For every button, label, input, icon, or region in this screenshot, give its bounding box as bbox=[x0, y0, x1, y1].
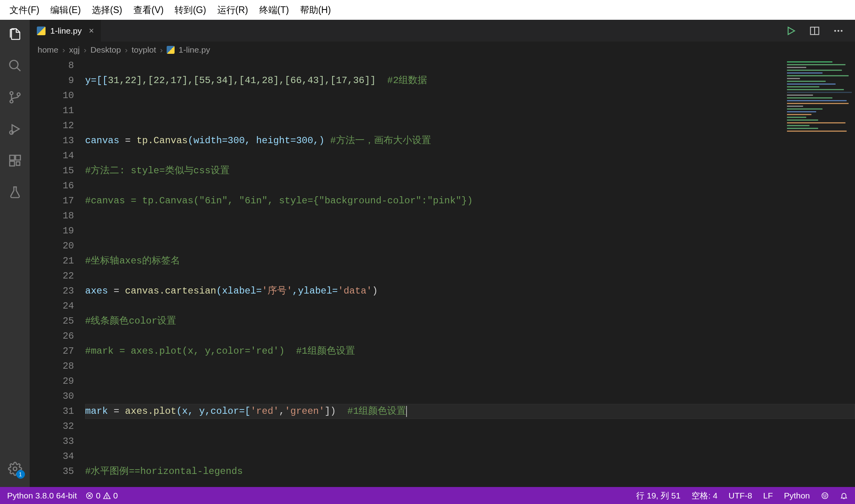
menu-terminal[interactable]: 终端(T) bbox=[254, 4, 294, 16]
warning-icon bbox=[103, 492, 111, 500]
crumb-folder[interactable]: toyplot bbox=[131, 45, 156, 55]
menu-file[interactable]: 文件(F) bbox=[4, 4, 45, 16]
text-cursor bbox=[406, 406, 407, 417]
split-editor-icon bbox=[809, 25, 820, 36]
python-file-icon bbox=[37, 27, 46, 35]
bell-icon bbox=[840, 492, 848, 500]
tab-actions bbox=[785, 20, 855, 42]
status-bar: Python 3.8.0 64-bit 0 0 行 19, 列 51 空格: 4… bbox=[0, 487, 855, 504]
svg-rect-5 bbox=[10, 155, 14, 160]
activity-settings[interactable]: 1 bbox=[7, 460, 23, 477]
split-editor-button[interactable] bbox=[809, 25, 820, 36]
code-content[interactable]: y=[[31,22],[22,17],[55,34],[41,28],[66,4… bbox=[85, 58, 855, 487]
error-icon bbox=[86, 492, 93, 500]
menu-select[interactable]: 选择(S) bbox=[86, 4, 128, 16]
svg-point-13 bbox=[841, 30, 843, 32]
menu-goto[interactable]: 转到(G) bbox=[169, 4, 211, 16]
svg-point-3 bbox=[17, 93, 20, 96]
status-interpreter[interactable]: Python 3.8.0 64-bit bbox=[7, 491, 77, 500]
tabs-row: 1-line.py × bbox=[30, 20, 855, 42]
beaker-icon bbox=[8, 185, 22, 199]
menu-edit[interactable]: 编辑(E) bbox=[45, 4, 86, 16]
tab-active[interactable]: 1-line.py × bbox=[30, 20, 101, 42]
chevron-right-icon: › bbox=[125, 45, 127, 55]
activity-search[interactable] bbox=[7, 57, 23, 74]
svg-point-0 bbox=[10, 61, 18, 69]
activity-source-control[interactable] bbox=[7, 89, 23, 106]
svg-rect-7 bbox=[10, 161, 14, 166]
status-eol[interactable]: LF bbox=[763, 491, 773, 500]
python-file-icon bbox=[167, 46, 175, 54]
menu-view[interactable]: 查看(V) bbox=[128, 4, 169, 16]
svg-point-11 bbox=[834, 30, 836, 32]
settings-badge: 1 bbox=[16, 470, 25, 479]
crumb-home[interactable]: home bbox=[38, 45, 59, 55]
branch-icon bbox=[8, 90, 22, 104]
main-container: 1 1-line.py × h bbox=[0, 20, 855, 487]
menu-bar: 文件(F) 编辑(E) 选择(S) 查看(V) 转到(G) 运行(R) 终端(T… bbox=[0, 0, 855, 20]
editor-group: 1-line.py × home› xgj› Desktop› toyplot› bbox=[30, 20, 855, 487]
svg-rect-6 bbox=[15, 155, 20, 160]
tab-filename: 1-line.py bbox=[50, 26, 82, 36]
breadcrumb: home› xgj› Desktop› toyplot› 1-line.py bbox=[30, 42, 855, 58]
activity-testing[interactable] bbox=[7, 184, 23, 201]
status-cursor-pos[interactable]: 行 19, 列 51 bbox=[636, 490, 680, 501]
more-actions-button[interactable] bbox=[833, 25, 844, 36]
activity-bar: 1 bbox=[0, 20, 30, 487]
play-bug-icon bbox=[8, 122, 22, 136]
svg-point-16 bbox=[822, 493, 828, 498]
status-language[interactable]: Python bbox=[784, 491, 810, 500]
status-warning-count: 0 bbox=[113, 491, 118, 500]
chevron-right-icon: › bbox=[63, 45, 65, 55]
activity-explorer[interactable] bbox=[7, 26, 23, 42]
svg-point-1 bbox=[10, 92, 13, 95]
search-icon bbox=[8, 59, 22, 73]
menu-help[interactable]: 帮助(H) bbox=[294, 4, 336, 16]
play-icon bbox=[785, 25, 796, 36]
status-error-count: 0 bbox=[96, 491, 101, 500]
more-icon bbox=[833, 25, 844, 36]
chevron-right-icon: › bbox=[160, 45, 163, 55]
feedback-icon bbox=[821, 492, 829, 500]
menu-run[interactable]: 运行(R) bbox=[212, 4, 254, 16]
svg-point-18 bbox=[826, 495, 826, 495]
svg-point-12 bbox=[838, 30, 840, 32]
status-problems[interactable]: 0 0 bbox=[86, 491, 118, 500]
status-notifications[interactable] bbox=[840, 492, 848, 500]
crumb-desktop[interactable]: Desktop bbox=[90, 45, 121, 55]
status-spaces[interactable]: 空格: 4 bbox=[692, 490, 717, 501]
activity-run-debug[interactable] bbox=[7, 121, 23, 137]
svg-point-2 bbox=[10, 100, 13, 103]
activity-extensions[interactable] bbox=[7, 152, 23, 169]
editor-area[interactable]: 8 9 10 11 12 13 14 15 16 17 18 19 20 21 … bbox=[30, 58, 855, 487]
crumb-user[interactable]: xgj bbox=[69, 45, 80, 55]
line-number-gutter: 8 9 10 11 12 13 14 15 16 17 18 19 20 21 … bbox=[30, 58, 85, 487]
svg-point-17 bbox=[824, 495, 825, 495]
files-icon bbox=[8, 27, 22, 41]
svg-rect-8 bbox=[16, 162, 20, 165]
svg-point-9 bbox=[13, 467, 17, 471]
chevron-right-icon: › bbox=[84, 45, 86, 55]
svg-point-15 bbox=[106, 497, 107, 498]
status-encoding[interactable]: UTF-8 bbox=[729, 491, 752, 500]
extensions-icon bbox=[8, 153, 22, 168]
tab-close-icon[interactable]: × bbox=[86, 26, 94, 36]
run-button[interactable] bbox=[785, 25, 796, 36]
status-feedback[interactable] bbox=[821, 492, 829, 500]
minimap[interactable] bbox=[784, 58, 855, 137]
crumb-file[interactable]: 1-line.py bbox=[179, 45, 210, 55]
